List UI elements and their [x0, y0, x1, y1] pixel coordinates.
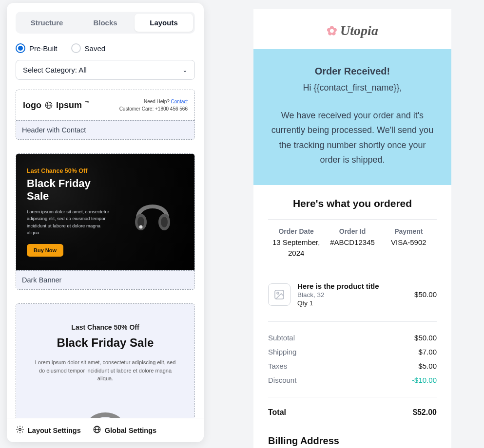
global-settings-button[interactable]: Global Settings — [93, 425, 156, 435]
globe-icon — [93, 425, 101, 435]
brand-text: Utopia — [340, 23, 378, 38]
radio-icon — [71, 43, 81, 53]
grand-total: Total $52.00 — [268, 397, 437, 422]
banner-body: Lorem ipsum dolor sit amet, consectetur … — [32, 358, 178, 383]
row-label: Subtotal — [268, 334, 295, 342]
image-placeholder-icon — [268, 283, 290, 306]
row-value: -$10.00 — [412, 376, 437, 384]
customer-care: Customer Care: +1800 456 566 — [119, 105, 188, 112]
editor-side-panel: Structure Blocks Layouts Pre-Built Saved… — [7, 3, 204, 442]
hero-body: We have received your order and it's cur… — [268, 108, 437, 168]
brand-logo: ✿ Utopia — [253, 9, 451, 49]
tab-blocks[interactable]: Blocks — [76, 14, 135, 32]
item-price: $50.00 — [414, 290, 437, 299]
logo-text-a: logo — [23, 100, 41, 111]
section-heading: Here's what you ordered — [268, 198, 437, 220]
row-value: $5.00 — [418, 362, 437, 370]
layout-source-radios: Pre-Built Saved — [7, 34, 204, 60]
meta-value: #ABCD12345 — [324, 237, 380, 248]
button-label: Layout Settings — [28, 427, 81, 434]
tm: ™ — [85, 100, 90, 106]
hero-title: Order Received! — [268, 63, 437, 79]
radio-label: Pre-Built — [29, 44, 58, 53]
meta-value: VISA-5902 — [381, 237, 437, 248]
banner-tag: Last Chance 50% Off — [29, 323, 182, 331]
row-label: Discount — [268, 376, 296, 384]
meta-value: 13 September, 2024 — [268, 237, 324, 259]
meta-label: Order Date — [268, 227, 324, 235]
total-label: Total — [268, 408, 286, 417]
row-label: Taxes — [268, 362, 287, 370]
layout-settings-button[interactable]: Layout Settings — [16, 425, 81, 435]
meta-label: Order Id — [324, 227, 380, 235]
svg-point-13 — [19, 429, 21, 431]
billing-heading: Billing Address — [268, 422, 437, 447]
panel-footer: Layout Settings Global Settings — [7, 418, 204, 442]
select-value: Select Category: All — [23, 66, 87, 74]
globe-icon — [44, 101, 53, 110]
flower-icon: ✿ — [327, 23, 337, 38]
category-select[interactable]: Select Category: All ⌄ — [16, 60, 195, 80]
total-value: $52.00 — [413, 408, 437, 417]
radio-prebuilt[interactable]: Pre-Built — [16, 43, 58, 53]
headphones-image — [29, 393, 182, 418]
radio-icon — [16, 43, 25, 53]
svg-point-5 — [139, 225, 143, 228]
contact-block: Need Help? Contact Customer Care: +1800 … — [119, 98, 188, 112]
logo-ipsum: logo ipsum ™ — [23, 100, 90, 111]
radio-saved[interactable]: Saved — [71, 43, 106, 53]
button-label: Global Settings — [105, 427, 156, 434]
item-variant: Black, 32 — [297, 291, 407, 299]
meta-label: Payment — [381, 227, 437, 235]
order-meta: Order Date 13 September, 2024 Order Id #… — [268, 220, 437, 271]
layout-dark-banner[interactable]: Last Chance 50% Off Black Friday Sale Lo… — [16, 153, 195, 290]
layout-label: Dark Banner — [16, 270, 194, 289]
layout-preview: Last Chance 50% Off Black Friday Sale Lo… — [16, 154, 194, 270]
item-qty: Qty 1 — [297, 299, 407, 307]
need-help-text: Need Help? — [144, 99, 171, 104]
banner-title: Black Friday Sale — [27, 177, 114, 203]
row-value: $7.00 — [418, 348, 437, 356]
layout-light-banner[interactable]: Last Chance 50% Off Black Friday Sale Lo… — [16, 303, 195, 418]
order-section: Here's what you ordered Order Date 13 Se… — [253, 185, 451, 447]
panel-tabs: Structure Blocks Layouts — [16, 12, 195, 34]
banner-body: Lorem ipsum dolor sit amet, consectetur … — [27, 208, 114, 236]
row-label: Shipping — [268, 348, 296, 356]
gear-icon — [16, 425, 24, 435]
hero-section: Order Received! Hi {{contact_first_name}… — [253, 49, 451, 185]
layouts-list[interactable]: logo ipsum ™ Need Help? Contact — [7, 90, 204, 418]
banner-title: Black Friday Sale — [29, 336, 182, 350]
layout-label: Header with Contact — [16, 120, 194, 139]
chevron-down-icon: ⌄ — [182, 66, 188, 74]
item-title: Here is the product title — [297, 282, 407, 290]
tab-layouts[interactable]: Layouts — [135, 14, 193, 32]
line-item: Here is the product title Black, 32 Qty … — [268, 270, 437, 322]
radio-label: Saved — [85, 44, 106, 53]
banner-tag: Last Chance 50% Off — [27, 168, 114, 174]
buy-now-button: Buy Now — [27, 244, 63, 257]
logo-text-b: ipsum — [56, 100, 82, 111]
layout-preview: logo ipsum ™ Need Help? Contact — [16, 90, 194, 120]
contact-link: Contact — [171, 99, 188, 104]
row-value: $50.00 — [414, 334, 437, 342]
svg-point-7 — [161, 217, 168, 227]
svg-point-18 — [277, 292, 279, 294]
hero-greeting: Hi {{contact_first_name}}, — [268, 80, 437, 95]
tab-structure[interactable]: Structure — [18, 14, 76, 32]
headphones-image — [122, 168, 184, 257]
email-preview: ✿ Utopia Order Received! Hi {{contact_fi… — [253, 9, 451, 448]
totals-block: Subtotal $50.00 Shipping $7.00 Taxes $5.… — [268, 322, 437, 397]
layout-preview: Last Chance 50% Off Black Friday Sale Lo… — [16, 304, 194, 418]
layout-header-with-contact[interactable]: logo ipsum ™ Need Help? Contact — [16, 90, 195, 140]
